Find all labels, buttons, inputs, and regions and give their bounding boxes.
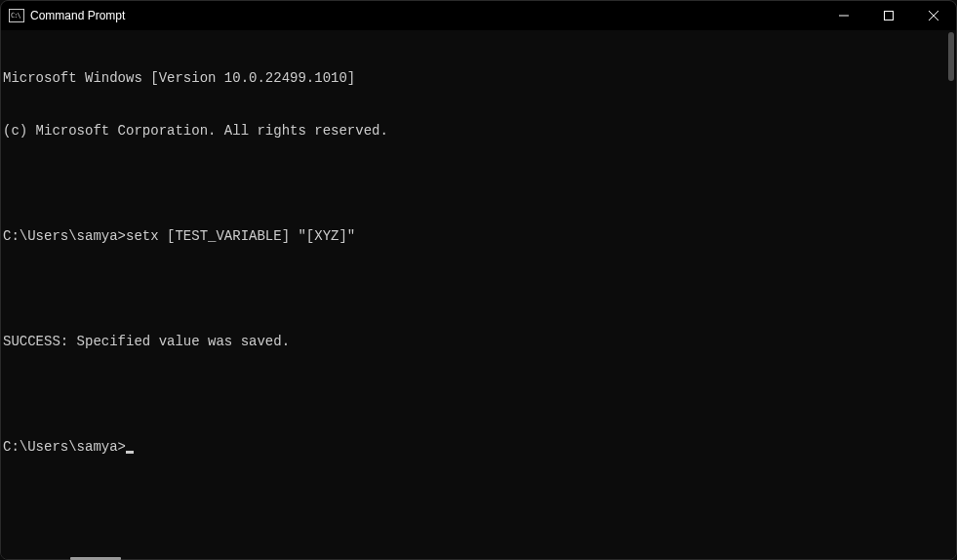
minimize-button[interactable] <box>821 1 866 30</box>
cmd-icon-text: C:\ <box>11 13 20 20</box>
minimize-icon <box>839 11 849 20</box>
close-icon <box>929 11 938 20</box>
scrollbar-thumb[interactable] <box>948 32 954 81</box>
terminal-content[interactable]: Microsoft Windows [Version 10.0.22499.10… <box>1 30 942 560</box>
cmd-icon: C:\ <box>9 9 24 22</box>
window-titlebar[interactable]: C:\ Command Prompt <box>1 1 956 30</box>
terminal-area: Microsoft Windows [Version 10.0.22499.10… <box>1 30 956 560</box>
terminal-prompt-line: C:\Users\samya> <box>3 438 942 456</box>
terminal-line: SUCCESS: Specified value was saved. <box>3 333 942 350</box>
window-title: Command Prompt <box>30 9 125 22</box>
maximize-button[interactable] <box>866 1 911 30</box>
titlebar-left: C:\ Command Prompt <box>9 9 125 22</box>
terminal-prompt: C:\Users\samya> <box>3 439 126 455</box>
terminal-line: Microsoft Windows [Version 10.0.22499.10… <box>3 69 942 87</box>
terminal-cursor <box>126 451 134 454</box>
svg-rect-1 <box>885 12 894 20</box>
window-controls <box>821 1 956 30</box>
terminal-line: (c) Microsoft Corporation. All rights re… <box>3 122 942 140</box>
terminal-line <box>3 175 942 192</box>
terminal-line <box>3 280 942 298</box>
terminal-line: C:\Users\samya>setx [TEST_VARIABLE] "[XY… <box>3 227 942 245</box>
terminal-line <box>3 385 942 403</box>
maximize-icon <box>884 11 894 20</box>
scrollbar[interactable] <box>942 30 956 560</box>
close-button[interactable] <box>911 1 956 30</box>
